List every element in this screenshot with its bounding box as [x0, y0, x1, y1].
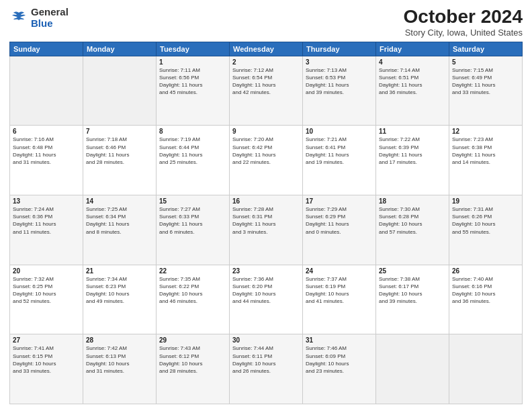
day-content: Sunrise: 7:29 AM Sunset: 6:29 PM Dayligh…: [306, 205, 373, 236]
calendar-week-row: 6Sunrise: 7:16 AM Sunset: 6:48 PM Daylig…: [10, 126, 523, 195]
day-number: 8: [159, 128, 226, 135]
calendar-week-row: 13Sunrise: 7:24 AM Sunset: 6:36 PM Dayli…: [10, 195, 523, 265]
day-content: Sunrise: 7:25 AM Sunset: 6:34 PM Dayligh…: [86, 205, 153, 236]
day-number: 4: [379, 58, 446, 66]
calendar-cell: 4Sunrise: 7:14 AM Sunset: 6:51 PM Daylig…: [376, 56, 449, 126]
month-title: October 2024: [404, 7, 523, 28]
page-header: General Blue October 2024 Story City, Io…: [9, 7, 523, 38]
day-number: 15: [159, 197, 226, 205]
weekday-header: Saturday: [449, 42, 523, 56]
calendar-cell: [449, 334, 523, 404]
calendar-cell: 26Sunrise: 7:40 AM Sunset: 6:16 PM Dayli…: [449, 265, 523, 334]
calendar-cell: [10, 56, 83, 126]
day-number: 25: [379, 267, 446, 275]
calendar-cell: 9Sunrise: 7:20 AM Sunset: 6:42 PM Daylig…: [230, 126, 303, 195]
calendar-cell: 28Sunrise: 7:42 AM Sunset: 6:13 PM Dayli…: [83, 334, 157, 404]
day-content: Sunrise: 7:40 AM Sunset: 6:16 PM Dayligh…: [452, 275, 519, 306]
calendar-cell: 27Sunrise: 7:41 AM Sunset: 6:15 PM Dayli…: [10, 334, 83, 404]
logo-general: General: [31, 7, 69, 18]
day-number: 14: [86, 197, 153, 205]
day-content: Sunrise: 7:36 AM Sunset: 6:20 PM Dayligh…: [232, 275, 300, 306]
day-number: 1: [159, 58, 226, 66]
day-content: Sunrise: 7:37 AM Sunset: 6:19 PM Dayligh…: [306, 275, 373, 306]
calendar-cell: 14Sunrise: 7:25 AM Sunset: 6:34 PM Dayli…: [83, 195, 157, 265]
day-content: Sunrise: 7:15 AM Sunset: 6:49 PM Dayligh…: [452, 66, 519, 97]
calendar-cell: 2Sunrise: 7:12 AM Sunset: 6:54 PM Daylig…: [230, 56, 303, 126]
calendar-table: SundayMondayTuesdayWednesdayThursdayFrid…: [9, 42, 523, 404]
day-content: Sunrise: 7:43 AM Sunset: 6:12 PM Dayligh…: [159, 345, 226, 375]
logo: General Blue: [9, 7, 69, 29]
day-number: 19: [452, 197, 519, 205]
calendar-cell: 7Sunrise: 7:18 AM Sunset: 6:46 PM Daylig…: [83, 126, 157, 195]
weekday-header: Wednesday: [230, 42, 303, 56]
calendar-cell: 12Sunrise: 7:23 AM Sunset: 6:38 PM Dayli…: [449, 126, 523, 195]
day-number: 11: [379, 128, 446, 135]
day-number: 12: [452, 128, 519, 135]
day-content: Sunrise: 7:27 AM Sunset: 6:33 PM Dayligh…: [159, 205, 226, 236]
day-number: 23: [232, 267, 300, 275]
day-content: Sunrise: 7:24 AM Sunset: 6:36 PM Dayligh…: [13, 205, 80, 236]
calendar-cell: 29Sunrise: 7:43 AM Sunset: 6:12 PM Dayli…: [157, 334, 230, 404]
calendar-cell: 11Sunrise: 7:22 AM Sunset: 6:39 PM Dayli…: [376, 126, 449, 195]
logo-bird-icon: [9, 10, 28, 26]
weekday-header: Tuesday: [157, 42, 230, 56]
weekday-header: Friday: [376, 42, 449, 56]
day-content: Sunrise: 7:22 AM Sunset: 6:39 PM Dayligh…: [379, 136, 446, 166]
calendar-cell: [83, 56, 157, 126]
calendar-cell: 13Sunrise: 7:24 AM Sunset: 6:36 PM Dayli…: [10, 195, 83, 265]
day-content: Sunrise: 7:31 AM Sunset: 6:26 PM Dayligh…: [452, 205, 519, 236]
calendar-week-row: 27Sunrise: 7:41 AM Sunset: 6:15 PM Dayli…: [10, 334, 523, 404]
logo-blue: Blue: [31, 18, 69, 30]
day-content: Sunrise: 7:21 AM Sunset: 6:41 PM Dayligh…: [306, 136, 373, 166]
day-number: 22: [159, 267, 226, 275]
calendar-cell: 24Sunrise: 7:37 AM Sunset: 6:19 PM Dayli…: [303, 265, 376, 334]
calendar-cell: 17Sunrise: 7:29 AM Sunset: 6:29 PM Dayli…: [303, 195, 376, 265]
calendar-cell: 15Sunrise: 7:27 AM Sunset: 6:33 PM Dayli…: [157, 195, 230, 265]
day-content: Sunrise: 7:11 AM Sunset: 6:56 PM Dayligh…: [159, 66, 226, 97]
day-number: 31: [306, 336, 373, 344]
day-number: 18: [379, 197, 446, 205]
calendar-cell: [376, 334, 449, 404]
day-content: Sunrise: 7:18 AM Sunset: 6:46 PM Dayligh…: [86, 136, 153, 166]
calendar-cell: 3Sunrise: 7:13 AM Sunset: 6:53 PM Daylig…: [303, 56, 376, 126]
day-number: 21: [86, 267, 153, 275]
day-content: Sunrise: 7:44 AM Sunset: 6:11 PM Dayligh…: [232, 345, 300, 375]
day-number: 27: [13, 336, 80, 344]
day-content: Sunrise: 7:19 AM Sunset: 6:44 PM Dayligh…: [159, 136, 226, 166]
calendar-cell: 21Sunrise: 7:34 AM Sunset: 6:23 PM Dayli…: [83, 265, 157, 334]
calendar-cell: 25Sunrise: 7:38 AM Sunset: 6:17 PM Dayli…: [376, 265, 449, 334]
day-content: Sunrise: 7:28 AM Sunset: 6:31 PM Dayligh…: [232, 205, 300, 236]
day-number: 28: [86, 336, 153, 344]
day-number: 24: [306, 267, 373, 275]
calendar-cell: 23Sunrise: 7:36 AM Sunset: 6:20 PM Dayli…: [230, 265, 303, 334]
title-block: October 2024 Story City, Iowa, United St…: [404, 7, 523, 38]
calendar-cell: 19Sunrise: 7:31 AM Sunset: 6:26 PM Dayli…: [449, 195, 523, 265]
calendar-cell: 20Sunrise: 7:32 AM Sunset: 6:25 PM Dayli…: [10, 265, 83, 334]
weekday-header: Sunday: [10, 42, 83, 56]
calendar-cell: 18Sunrise: 7:30 AM Sunset: 6:28 PM Dayli…: [376, 195, 449, 265]
day-number: 7: [86, 128, 153, 135]
day-content: Sunrise: 7:38 AM Sunset: 6:17 PM Dayligh…: [379, 275, 446, 306]
weekday-header: Monday: [83, 42, 157, 56]
calendar-header-row: SundayMondayTuesdayWednesdayThursdayFrid…: [10, 42, 523, 56]
calendar-cell: 1Sunrise: 7:11 AM Sunset: 6:56 PM Daylig…: [157, 56, 230, 126]
weekday-header: Thursday: [303, 42, 376, 56]
calendar-cell: 30Sunrise: 7:44 AM Sunset: 6:11 PM Dayli…: [230, 334, 303, 404]
day-number: 17: [306, 197, 373, 205]
day-number: 20: [13, 267, 80, 275]
day-number: 6: [13, 128, 80, 135]
day-number: 9: [232, 128, 300, 135]
day-content: Sunrise: 7:41 AM Sunset: 6:15 PM Dayligh…: [13, 345, 80, 375]
calendar-cell: 5Sunrise: 7:15 AM Sunset: 6:49 PM Daylig…: [449, 56, 523, 126]
calendar-cell: 16Sunrise: 7:28 AM Sunset: 6:31 PM Dayli…: [230, 195, 303, 265]
day-content: Sunrise: 7:30 AM Sunset: 6:28 PM Dayligh…: [379, 205, 446, 236]
day-number: 29: [159, 336, 226, 344]
day-number: 5: [452, 58, 519, 66]
day-number: 30: [232, 336, 300, 344]
day-number: 10: [306, 128, 373, 135]
calendar-cell: 22Sunrise: 7:35 AM Sunset: 6:22 PM Dayli…: [157, 265, 230, 334]
calendar-week-row: 20Sunrise: 7:32 AM Sunset: 6:25 PM Dayli…: [10, 265, 523, 334]
day-content: Sunrise: 7:35 AM Sunset: 6:22 PM Dayligh…: [159, 275, 226, 306]
calendar-cell: 31Sunrise: 7:46 AM Sunset: 6:09 PM Dayli…: [303, 334, 376, 404]
day-number: 2: [232, 58, 300, 66]
